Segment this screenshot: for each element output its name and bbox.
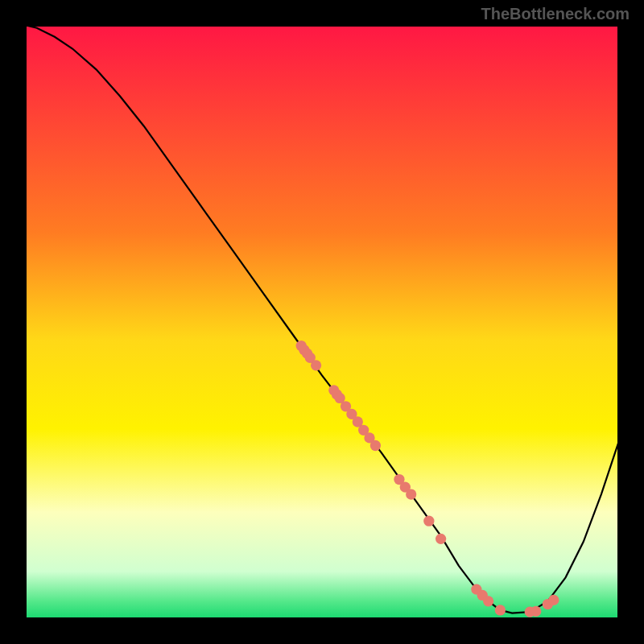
plot-area [25,25,619,619]
scatter-point [548,595,559,605]
gradient-background [25,25,619,619]
chart-svg [25,25,619,619]
scatter-point [436,534,446,544]
scatter-point [423,516,434,526]
scatter-point [530,606,541,617]
scatter-point [483,596,493,606]
watermark-text: TheBottleneck.com [481,5,630,23]
scatter-point [495,605,506,615]
scatter-point [311,360,321,370]
chart-container: TheBottleneck.com [0,0,644,644]
scatter-point [406,489,416,499]
scatter-point [370,440,381,451]
